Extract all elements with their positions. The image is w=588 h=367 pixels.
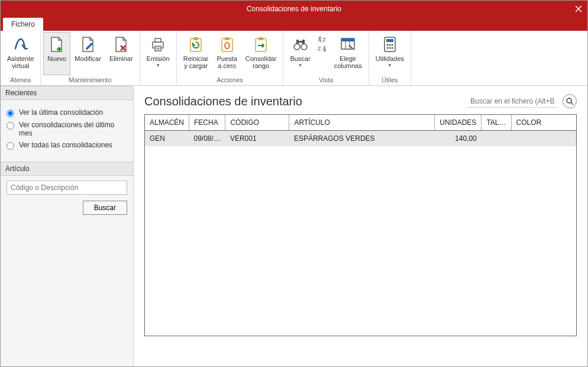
reload-clipboard-icon	[186, 35, 205, 54]
radio-ultima[interactable]: Ver la última consolidación	[7, 108, 127, 117]
print-icon	[148, 35, 167, 54]
svg-rect-2	[155, 46, 161, 51]
svg-line-34	[571, 102, 573, 105]
grid-empty-area	[145, 146, 576, 336]
radio-ultimo-mes[interactable]: Ver consolidaciones del último mes	[7, 121, 127, 137]
eliminar-button[interactable]: Eliminar	[105, 32, 137, 75]
svg-rect-15	[302, 40, 305, 44]
articulo-header: Artículo	[1, 162, 133, 176]
col-almacen[interactable]: ALMACÉN	[145, 115, 189, 131]
emision-button[interactable]: Emisión ▼	[143, 32, 174, 82]
utilidades-button[interactable]: Utilidades ▼	[371, 32, 408, 75]
col-codigo[interactable]: CÓDIGO	[225, 115, 289, 131]
binoculars-icon	[291, 35, 310, 54]
emision-label: Emisión	[147, 55, 170, 62]
file-search-input[interactable]	[468, 95, 557, 108]
svg-rect-1	[155, 38, 161, 42]
group-label-acciones: Acciones	[179, 75, 281, 85]
ribbon-group-acciones: Reiniciar y cargar Puesta a cero Consoli…	[177, 31, 284, 85]
body: Recientes Ver la última consolidación Ve…	[1, 86, 587, 366]
group-label-mantenimiento: Mantenimiento	[43, 75, 137, 85]
modificar-button[interactable]: Modificar	[70, 32, 105, 75]
consolidar-rango-label: Consolidar rango	[245, 55, 277, 69]
radio-ultimo-mes-label: Ver consolidaciones del último mes	[19, 121, 127, 137]
eliminar-label: Eliminar	[109, 55, 133, 62]
radio-todas-input[interactable]	[7, 142, 14, 150]
nuevo-button[interactable]: Nuevo	[43, 32, 70, 75]
svg-point-28	[389, 44, 390, 46]
radio-ultima-input[interactable]	[7, 110, 14, 117]
table-header-row: ALMACÉN FECHA CÓDIGO ARTÍCULO UNIDADES T…	[145, 115, 576, 131]
elegir-columnas-button[interactable]: Elegir columnas	[330, 32, 366, 75]
svg-rect-8	[225, 37, 230, 40]
svg-point-31	[389, 47, 390, 49]
buscar-button[interactable]: Buscar ▼	[286, 32, 314, 75]
ribbon-group-utiles: Utilidades ▼ Útiles	[369, 31, 411, 85]
col-talla[interactable]: TAL…	[482, 115, 511, 131]
svg-rect-11	[259, 37, 263, 40]
svg-rect-16	[299, 41, 302, 43]
group-label-utiles: Útiles	[371, 75, 408, 85]
svg-rect-5	[190, 38, 201, 51]
cell-articulo: ESPÁRRAGOS VERDES	[289, 131, 435, 147]
asistente-label: Asistente virtual	[7, 55, 34, 69]
asistente-virtual-button[interactable]: Asistente virtual	[3, 32, 38, 75]
col-unidades[interactable]: UNIDADES	[435, 115, 482, 131]
reiniciar-label: Reiniciar y cargar	[183, 55, 209, 69]
radio-todas[interactable]: Ver todas las consolidaciones	[7, 141, 127, 150]
tab-row: Fichero	[1, 17, 587, 31]
close-button[interactable]	[570, 1, 587, 17]
range-clipboard-icon	[251, 35, 270, 54]
ribbon-group-mantenimiento: Nuevo Modificar Eliminar Mantenimiento	[41, 31, 140, 85]
ribbon-group-vista: Buscar ▼ AZZA Elegir columnas Vista	[283, 31, 369, 85]
page-title: Consolidaciones de inventario	[144, 95, 302, 108]
radio-ultima-label: Ver la última consolidación	[19, 108, 103, 117]
window-title: Consolidaciones de inventario	[247, 5, 341, 13]
main-content: Consolidaciones de inventario ALMACÉN FE…	[134, 86, 587, 366]
edit-document-icon	[79, 35, 98, 54]
articulo-buscar-button[interactable]: Buscar	[83, 201, 127, 215]
ribbon: Asistente virtual Atenea Nuevo Modificar	[1, 31, 587, 86]
reiniciar-button[interactable]: Reiniciar y cargar	[179, 32, 213, 75]
svg-text:Z: Z	[318, 46, 321, 51]
close-icon	[575, 5, 582, 12]
cell-codigo: VER001	[225, 131, 289, 147]
svg-point-27	[386, 44, 388, 46]
dropdown-icon: ▼	[387, 63, 392, 68]
sort-az-button[interactable]: AZZA	[315, 32, 330, 75]
svg-rect-14	[296, 40, 299, 44]
svg-rect-7	[222, 38, 232, 51]
title-bar: Consolidaciones de inventario	[1, 1, 587, 17]
col-fecha[interactable]: FECHA	[189, 115, 225, 131]
svg-point-30	[386, 47, 388, 49]
utilidades-label: Utilidades	[376, 55, 404, 62]
puesta-cero-button[interactable]: Puesta a cero	[213, 32, 241, 75]
col-articulo[interactable]: ARTÍCULO	[289, 115, 435, 131]
cell-unidades: 140,00	[435, 131, 482, 147]
file-search-button[interactable]	[563, 94, 577, 108]
svg-point-33	[567, 98, 571, 103]
zero-clipboard-icon	[218, 35, 237, 54]
group-label-atenea: Atenea	[3, 75, 38, 85]
puesta-cero-label: Puesta a cero	[217, 55, 237, 69]
svg-point-12	[294, 44, 300, 50]
articulo-search-input[interactable]	[7, 181, 127, 195]
svg-point-13	[301, 44, 307, 50]
tab-fichero[interactable]: Fichero	[3, 18, 43, 31]
buscar-label: Buscar	[290, 55, 310, 62]
cell-fecha: 09/08/…	[189, 131, 225, 147]
table-row[interactable]: GEN 09/08/… VER001 ESPÁRRAGOS VERDES 140…	[145, 131, 576, 147]
group-label-emision	[143, 82, 174, 85]
sort-az-icon: AZZA	[316, 35, 328, 54]
cell-talla	[482, 131, 511, 147]
col-color[interactable]: COLOR	[511, 115, 576, 131]
consolidar-rango-button[interactable]: Consolidar rango	[241, 32, 281, 75]
ribbon-group-atenea: Asistente virtual Atenea	[1, 31, 41, 85]
delete-document-icon	[112, 35, 131, 54]
radio-todas-label: Ver todas las consolidaciones	[19, 141, 112, 149]
radio-ultimo-mes-input[interactable]	[7, 122, 14, 130]
new-document-icon	[47, 35, 66, 54]
alpha-icon	[11, 35, 30, 54]
elegir-columnas-label: Elegir columnas	[334, 55, 362, 69]
data-grid: ALMACÉN FECHA CÓDIGO ARTÍCULO UNIDADES T…	[144, 114, 577, 336]
